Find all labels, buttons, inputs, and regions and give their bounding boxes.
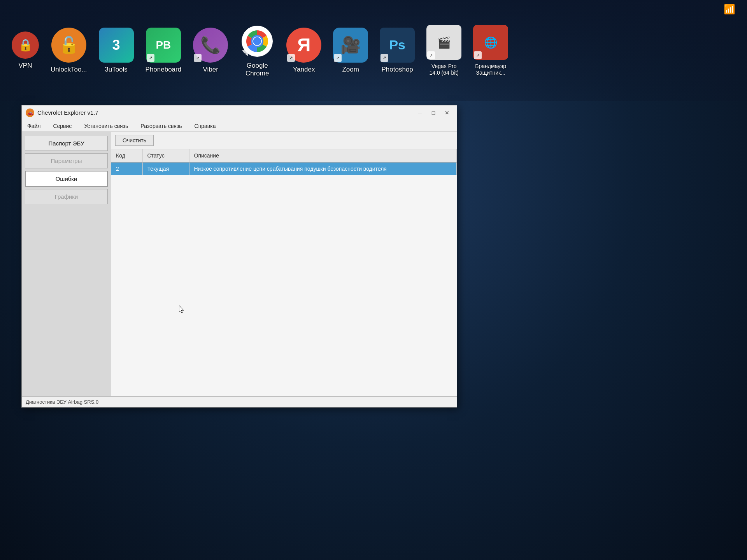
- yandex-icon: Я: [297, 34, 311, 56]
- app-icon: 🚗: [26, 108, 34, 117]
- desktop-icon-vegas[interactable]: 🎬 ↗ Vegas Pro 14.0 (64-bit): [426, 25, 461, 76]
- menu-help[interactable]: Справка: [192, 122, 218, 130]
- row-status: Текущая: [142, 162, 189, 175]
- title-bar-left: 🚗 Chevrolet Explorer v1.7: [26, 108, 98, 117]
- viber-arrow: ↗: [194, 54, 202, 62]
- sidebar-params-button[interactable]: Параметры: [25, 153, 108, 168]
- vpn-label: VPN: [19, 62, 32, 70]
- vegas-arrow: ↗: [427, 51, 435, 59]
- status-text: Диагностика ЭБУ Airbag SRS.0: [26, 399, 98, 405]
- sidebar-passport-button[interactable]: Паспорт ЭБУ: [25, 136, 108, 151]
- viber-label: Viber: [203, 66, 218, 74]
- sidebar-graphs-button[interactable]: Графики: [25, 189, 108, 204]
- unlocktoo-label: UnlockToo...: [51, 66, 87, 74]
- app-window: 🚗 Chevrolet Explorer v1.7 ─ □ ✕ Файл Сер…: [21, 105, 457, 408]
- col-status: Статус: [142, 149, 189, 162]
- desktop-icon-3utools[interactable]: 3 3uTools: [99, 28, 134, 74]
- desktop: 🔒 VPN 🔓 UnlockToo... 3 3uTools PB ↗ Phon…: [0, 0, 747, 560]
- vegas-icon: 🎬: [437, 36, 451, 49]
- table-row[interactable]: 2 Текущая Низкое сопротивление цепи сраб…: [111, 162, 457, 175]
- menu-connect[interactable]: Установить связь: [82, 122, 130, 130]
- desktop-icon-photoshop[interactable]: Ps ↗ Photoshop: [380, 28, 415, 74]
- zoom-arrow: ↗: [334, 54, 342, 62]
- vpn-icon: 🔒: [18, 38, 33, 52]
- menu-file[interactable]: Файл: [25, 122, 43, 130]
- error-table-container[interactable]: Код Статус Описание 2 Текущая Низкое соп…: [111, 149, 457, 396]
- brandmauer-label: Брандмауэр Защитник...: [475, 63, 506, 76]
- 3utools-icon: 3: [112, 37, 120, 53]
- brandmauer-arrow: ↗: [474, 51, 482, 59]
- signal-indicator: 📶: [724, 4, 735, 15]
- close-button[interactable]: ✕: [441, 108, 453, 117]
- chrome-arrow: ↗: [240, 50, 248, 58]
- yandex-arrow: ↗: [287, 54, 295, 62]
- right-panel: Очистить Код Статус Описание: [111, 132, 457, 396]
- desktop-icon-yandex[interactable]: Я ↗ Yandex: [286, 28, 321, 74]
- photoshop-icon: Ps: [389, 37, 405, 52]
- sidebar: Паспорт ЭБУ Параметры Ошибки Графики: [22, 132, 111, 396]
- zoom-label: Zoom: [342, 66, 359, 74]
- table-header: Код Статус Описание: [111, 149, 457, 162]
- desktop-icon-zoom[interactable]: 🎥 ↗ Zoom: [333, 28, 368, 74]
- app-title: Chevrolet Explorer v1.7: [37, 109, 98, 116]
- unlocktoo-icon: 🔓: [59, 35, 79, 54]
- menu-service[interactable]: Сервис: [51, 122, 74, 130]
- desktop-icon-unlocktoo[interactable]: 🔓 UnlockToo...: [51, 28, 87, 74]
- icon-bar: 🔒 VPN 🔓 UnlockToo... 3 3uTools PB ↗ Phon…: [0, 0, 747, 101]
- phoneboard-arrow: ↗: [147, 54, 154, 62]
- phoneboard-icon: PB: [156, 39, 171, 51]
- photoshop-arrow: ↗: [381, 54, 388, 62]
- zoom-icon: 🎥: [340, 35, 361, 54]
- yandex-label: Yandex: [293, 66, 315, 74]
- row-description: Низкое сопротивление цепи срабатывания п…: [189, 162, 457, 175]
- table-header-row: Код Статус Описание: [111, 149, 457, 162]
- menu-bar: Файл Сервис Установить связь Разорвать с…: [22, 120, 457, 132]
- menu-disconnect[interactable]: Разорвать связь: [138, 122, 184, 130]
- col-description: Описание: [189, 149, 457, 162]
- col-code: Код: [111, 149, 142, 162]
- right-toolbar: Очистить: [111, 132, 457, 149]
- photoshop-label: Photoshop: [382, 66, 413, 74]
- minimize-button[interactable]: ─: [414, 108, 426, 117]
- brandmauer-icon: 🌐: [484, 36, 498, 49]
- content-area: Паспорт ЭБУ Параметры Ошибки Графики Очи…: [22, 132, 457, 396]
- sidebar-errors-button[interactable]: Ошибки: [25, 171, 108, 187]
- desktop-icon-vpn[interactable]: 🔒 VPN: [12, 32, 39, 70]
- desktop-icon-brandmauer[interactable]: 🌐 ↗ Брандмауэр Защитник...: [473, 25, 508, 76]
- status-bar: Диагностика ЭБУ Airbag SRS.0: [22, 396, 457, 407]
- desktop-icon-chrome[interactable]: ↗ Google Chrome: [240, 24, 275, 78]
- vegas-label: Vegas Pro 14.0 (64-bit): [429, 63, 458, 76]
- row-code: 2: [111, 162, 142, 175]
- phoneboard-label: Phoneboard: [146, 66, 182, 74]
- 3utools-label: 3uTools: [105, 66, 128, 74]
- window-controls: ─ □ ✕: [414, 108, 453, 117]
- error-table: Код Статус Описание 2 Текущая Низкое соп…: [111, 149, 457, 175]
- chrome-label: Google Chrome: [245, 62, 269, 78]
- maximize-button[interactable]: □: [428, 108, 439, 117]
- table-body: 2 Текущая Низкое сопротивление цепи сраб…: [111, 162, 457, 175]
- clear-button[interactable]: Очистить: [115, 135, 154, 146]
- title-bar: 🚗 Chevrolet Explorer v1.7 ─ □ ✕: [22, 105, 457, 120]
- desktop-icon-phoneboard[interactable]: PB ↗ Phoneboard: [146, 28, 182, 74]
- viber-icon: 📞: [200, 35, 221, 54]
- svg-point-3: [253, 37, 261, 45]
- desktop-icon-viber[interactable]: 📞 ↗ Viber: [193, 28, 228, 74]
- signal-icon: 📶: [724, 4, 735, 14]
